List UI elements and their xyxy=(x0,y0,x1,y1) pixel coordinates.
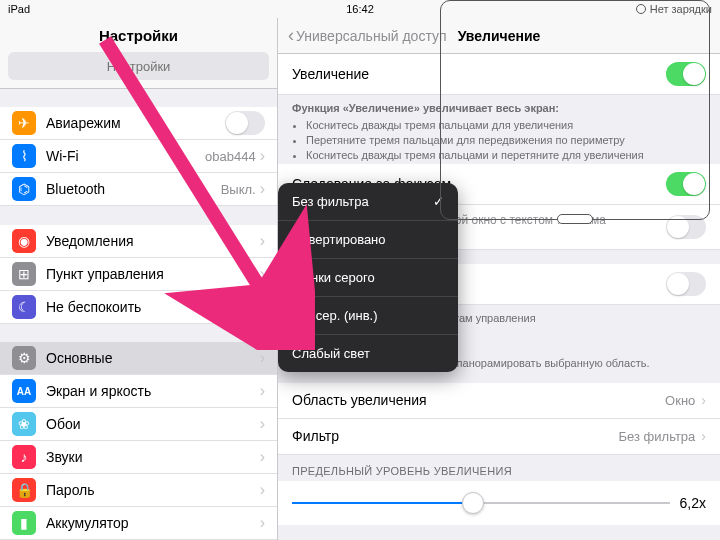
sidebar-item-bluetooth[interactable]: ⌬ Bluetooth Выкл. › xyxy=(0,173,277,206)
follow-focus-toggle[interactable] xyxy=(666,172,706,196)
device-label: iPad xyxy=(8,3,30,15)
notifications-icon: ◉ xyxy=(12,229,36,253)
zoom-description: Функция «Увеличение» увеличивает весь эк… xyxy=(278,95,720,164)
sidebar-item-control-center[interactable]: ⊞ Пункт управления › xyxy=(0,258,277,291)
chevron-right-icon: › xyxy=(260,147,265,165)
sync-icon xyxy=(636,4,646,14)
filter-option-grayscale-inv[interactable]: нки сер. (инв.) xyxy=(278,297,458,335)
dnd-icon: ☾ xyxy=(12,295,36,319)
chevron-right-icon: › xyxy=(260,514,265,532)
chevron-right-icon: › xyxy=(260,481,265,499)
charging-status: Нет зарядки xyxy=(636,3,712,15)
wallpaper-icon: ❀ xyxy=(12,412,36,436)
search-input[interactable] xyxy=(8,52,269,80)
sidebar-item-general[interactable]: ⚙ Основные › xyxy=(0,342,277,375)
filter-option-none[interactable]: Без фильтра ✓ xyxy=(278,183,458,221)
chevron-right-icon: › xyxy=(260,180,265,198)
status-bar: iPad 16:42 Нет зарядки xyxy=(0,0,720,18)
filter-option-grayscale[interactable]: ттенки серого xyxy=(278,259,458,297)
zoom-filter-row[interactable]: Фильтр Без фильтра › xyxy=(278,419,720,455)
sidebar-item-display[interactable]: AA Экран и яркость › xyxy=(0,375,277,408)
sidebar-item-airplane[interactable]: ✈ Авиарежим xyxy=(0,107,277,140)
chevron-right-icon: › xyxy=(260,265,265,283)
airplane-icon: ✈ xyxy=(12,111,36,135)
battery-icon: ▮ xyxy=(12,511,36,535)
settings-sidebar: Настройки ✈ Авиарежим ⌇ Wi-Fi obab444 › … xyxy=(0,18,278,540)
chevron-right-icon: › xyxy=(260,349,265,367)
max-zoom-slider-row: 6,2x xyxy=(278,481,720,525)
page-title: Увеличение xyxy=(458,28,541,44)
zoom-toggle[interactable] xyxy=(666,62,706,86)
chevron-right-icon: › xyxy=(701,392,706,408)
wifi-icon: ⌇ xyxy=(12,144,36,168)
gear-icon: ⚙ xyxy=(12,346,36,370)
clock: 16:42 xyxy=(346,3,374,15)
check-icon: ✓ xyxy=(433,194,444,209)
detail-navbar: ‹ Универсальный доступ Увеличение xyxy=(278,18,720,54)
airplane-toggle[interactable] xyxy=(225,111,265,135)
sounds-icon: ♪ xyxy=(12,445,36,469)
max-zoom-value: 6,2x xyxy=(680,495,706,511)
max-zoom-header: ПРЕДЕЛЬНЫЙ УРОВЕНЬ УВЕЛИЧЕНИЯ xyxy=(278,455,720,481)
chevron-right-icon: › xyxy=(260,415,265,433)
sidebar-item-notifications[interactable]: ◉ Уведомления › xyxy=(0,225,277,258)
sidebar-title: Настройки xyxy=(0,18,277,52)
control-center-icon: ⊞ xyxy=(12,262,36,286)
chevron-right-icon: › xyxy=(260,448,265,466)
zoom-enable-row[interactable]: Увеличение xyxy=(278,54,720,95)
sidebar-item-passcode[interactable]: 🔒 Пароль › xyxy=(0,474,277,507)
sidebar-item-wifi[interactable]: ⌇ Wi-Fi obab444 › xyxy=(0,140,277,173)
detail-pane: ‹ Универсальный доступ Увеличение Увелич… xyxy=(278,18,720,540)
bluetooth-icon: ⌬ xyxy=(12,177,36,201)
controller-toggle[interactable] xyxy=(666,272,706,296)
filter-popover: Без фильтра ✓ Инвертировано ттенки серог… xyxy=(278,183,458,372)
zoom-region-row[interactable]: Область увеличения Окно › xyxy=(278,383,720,419)
lock-icon: 🔒 xyxy=(12,478,36,502)
sidebar-item-battery[interactable]: ▮ Аккумулятор › xyxy=(0,507,277,540)
chevron-right-icon: › xyxy=(701,428,706,444)
sidebar-item-wallpaper[interactable]: ❀ Обои › xyxy=(0,408,277,441)
chevron-right-icon: › xyxy=(260,232,265,250)
keyboard-toggle[interactable] xyxy=(666,215,706,239)
max-zoom-slider[interactable] xyxy=(292,502,670,504)
slider-thumb[interactable] xyxy=(462,492,484,514)
display-icon: AA xyxy=(12,379,36,403)
sidebar-item-sounds[interactable]: ♪ Звуки › xyxy=(0,441,277,474)
chevron-right-icon: › xyxy=(260,382,265,400)
chevron-left-icon: ‹ xyxy=(288,25,294,46)
filter-option-lowlight[interactable]: Слабый свет xyxy=(278,335,458,372)
back-button[interactable]: ‹ Универсальный доступ xyxy=(288,25,447,46)
chevron-right-icon: › xyxy=(260,298,265,316)
filter-option-inverted[interactable]: Инвертировано xyxy=(278,221,458,259)
sidebar-item-dnd[interactable]: ☾ Не беспокоить › xyxy=(0,291,277,324)
